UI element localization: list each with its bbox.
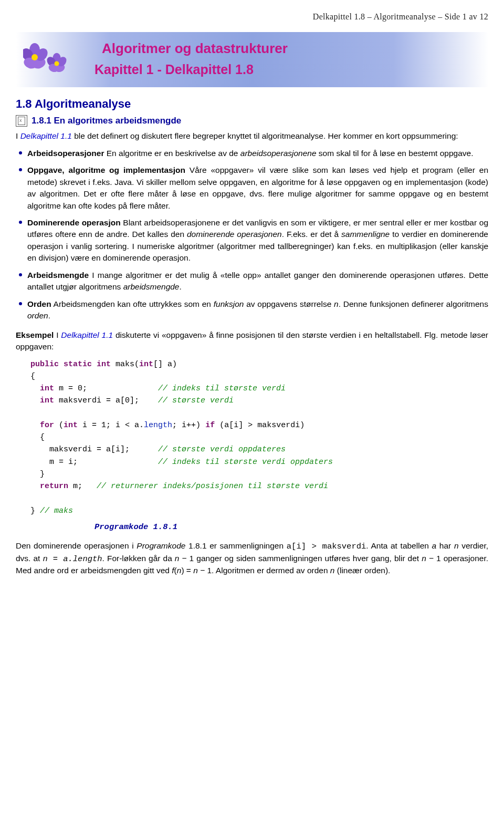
t11: − 1. Algoritmen er dermed av orden: [198, 566, 330, 575]
i2: sammenligne: [341, 230, 390, 239]
t2: .: [180, 282, 182, 291]
i2: a: [432, 541, 437, 550]
t10: ) =: [181, 566, 193, 575]
svg-point-5: [32, 54, 38, 60]
link-delkapittel-1-1-b[interactable]: Delkapittel 1.1: [61, 330, 113, 339]
i3: n: [454, 541, 459, 550]
eksempel-prefix: I: [54, 330, 61, 339]
program-label: Programkode 1.8.1: [94, 521, 488, 533]
eksempel-paragraph: Eksempel I Delkapittel 1.1 diskuterte vi…: [16, 329, 488, 353]
intro-paragraph: I Delkapittel 1.1 ble det definert og di…: [16, 130, 488, 142]
bullet-dominerende: Dominerende operasjon Blant arbeidsopera…: [16, 217, 488, 264]
text: En algoritme er en beskrivelse av de: [104, 149, 240, 158]
bullet-orden: Orden Arbeidsmengden kan ofte uttrykkes …: [16, 298, 488, 322]
code-block: public static int maks(int[] a) { int m …: [30, 358, 488, 517]
banner-title: Algoritmer og datastrukturer: [102, 39, 481, 59]
italic: arbeidsoperasjonene: [240, 149, 317, 158]
svg-point-11: [55, 61, 59, 66]
i1: arbeidsmengde: [123, 282, 180, 291]
bullet-oppgave-algoritme: Oppgave, algoritme og implementasjon Vår…: [16, 164, 488, 212]
t6: . For-løkken går da: [102, 554, 175, 563]
t1: Arbeidsmengden kan ofte uttrykkes som en: [51, 299, 214, 308]
term: Arbeidsoperasjoner: [27, 149, 104, 158]
page-content: Delkapittel 1.8 – Algoritmeanalyse – Sid…: [0, 0, 504, 598]
t4: .: [48, 311, 50, 320]
term: Orden: [27, 299, 51, 308]
document-icon[interactable]: [16, 115, 27, 127]
i9: n: [193, 566, 198, 575]
t3: . Anta at tabellen: [366, 541, 432, 550]
intro-prefix: I: [16, 131, 20, 140]
title-banner: Algoritmer og datastrukturer Kapittel 1 …: [16, 32, 488, 87]
link-delkapittel-1-1[interactable]: Delkapittel 1.1: [20, 131, 72, 140]
section-heading: 1.8 Algoritmeanalyse: [16, 96, 488, 112]
t4: har: [436, 541, 454, 550]
i2: n: [334, 299, 339, 308]
t12: (lineær orden).: [334, 566, 390, 575]
term: Arbeidsmengde: [27, 271, 89, 280]
term: Oppgave, algoritme og implementasjon: [27, 166, 185, 174]
t3: . Denne funksjonen definerer algoritmens: [339, 299, 488, 308]
bullet-arbeidsoperasjoner: Arbeidsoperasjoner En algoritme er en be…: [16, 148, 488, 159]
page-header: Delkapittel 1.8 – Algoritmeanalyse – Sid…: [16, 11, 488, 23]
term: Dominerende operasjon: [27, 218, 121, 227]
i4: n = a.length: [43, 554, 102, 564]
t2: 1.8.1 er sammenligningen: [185, 541, 286, 550]
t2: av oppgavens størrelse: [244, 299, 334, 308]
bullet-list: Arbeidsoperasjoner En algoritme er en be…: [16, 148, 488, 322]
code-snippet: a[i] > maksverdi: [287, 542, 366, 551]
i6: n: [422, 554, 426, 563]
subsection-heading: 1.8.1 En algoritmes arbeidsmengde: [32, 115, 181, 128]
closing-paragraph: Den dominerende operasjonen i Programkod…: [16, 540, 488, 576]
text-after: som skal til for å løse en bestemt oppga…: [317, 149, 474, 158]
t1: Den dominerende operasjonen i: [16, 541, 136, 550]
flower-icon: [23, 38, 71, 79]
t1: I mange algoritmer er det mulig å «telle…: [27, 271, 488, 291]
i1: Programkode: [136, 541, 185, 550]
i1: dominerende operasjonen: [187, 230, 282, 239]
t7: − 1 ganger og siden sammenligningen utfø…: [179, 554, 422, 563]
i3: orden: [27, 311, 48, 320]
subsection-row: 1.8.1 En algoritmes arbeidsmengde: [16, 115, 488, 128]
intro-rest: ble det definert og diskutert flere begr…: [72, 131, 458, 140]
banner-text: Algoritmer og datastrukturer Kapittel 1 …: [79, 39, 481, 79]
banner-subtitle: Kapittel 1 - Delkapittel 1.8: [94, 60, 481, 79]
t2: . F.eks. er det å: [282, 230, 341, 239]
i1: funksjon: [214, 299, 244, 308]
eksempel-label: Eksempel: [16, 330, 54, 339]
bullet-arbeidsmengde: Arbeidsmengde I mange algoritmer er det …: [16, 270, 488, 293]
